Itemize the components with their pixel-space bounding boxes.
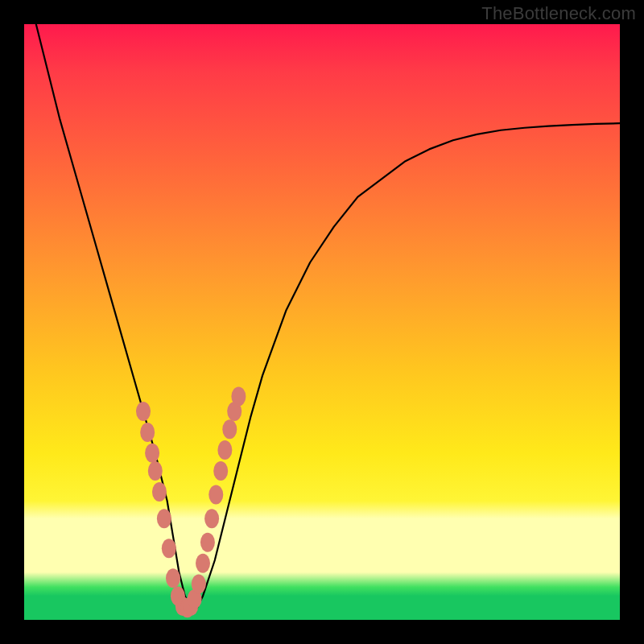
chart-plot-area — [24, 24, 620, 620]
marker-point — [208, 485, 223, 505]
marker-point — [157, 509, 171, 528]
marker-point — [166, 568, 180, 588]
marker-point — [152, 482, 167, 502]
marker-point — [148, 461, 163, 481]
watermark-text: TheBottleneck.com — [481, 3, 636, 24]
marker-point — [192, 575, 206, 594]
marker-point — [213, 461, 228, 481]
bottleneck-curve — [36, 24, 620, 608]
marker-point — [200, 533, 215, 552]
marker-point — [140, 423, 155, 442]
marker-point — [222, 419, 237, 439]
marker-point — [196, 554, 210, 573]
marker-point — [145, 444, 159, 463]
chart-svg — [24, 24, 620, 620]
marker-point — [231, 387, 246, 407]
marker-point — [162, 539, 176, 558]
chart-frame: TheBottleneck.com — [0, 0, 644, 644]
marker-point — [204, 509, 219, 528]
marker-point — [136, 402, 151, 421]
marker-point — [217, 440, 232, 460]
